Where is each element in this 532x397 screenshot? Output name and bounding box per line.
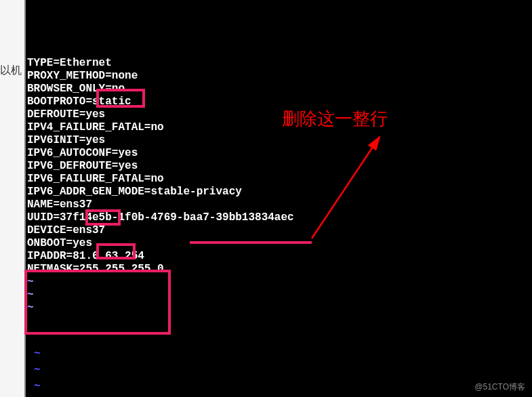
tilde-line: ~ xyxy=(24,362,41,378)
config-line-ipv6init: IPV6INIT=yes xyxy=(26,134,294,147)
terminal-window: TYPE=Ethernet PROXY_METHOD=none BROWSER_… xyxy=(24,0,532,397)
tilde-line: ~ xyxy=(24,346,41,362)
delete-annotation: 删除这一整行 xyxy=(282,107,388,131)
tilde-line: ~ xyxy=(24,378,41,394)
tilde-line: ~ xyxy=(26,289,294,301)
config-line-ipv6auto: IPV6_AUTOCONF=yes xyxy=(26,147,294,160)
config-line-name: NAME=ens37 xyxy=(26,198,294,211)
config-line-netmask: NETMASK=255.255.255.0 xyxy=(26,263,294,276)
config-line-type: TYPE=Ethernet xyxy=(26,57,294,70)
config-line-ipaddr: IPADDR=81.6.63.254 xyxy=(26,250,294,263)
config-line-browser: BROWSER_ONLY=no xyxy=(26,83,294,96)
config-line-ipv6addr: IPV6_ADDR_GEN_MODE=stable-privacy xyxy=(26,186,294,198)
config-line-bootproto: BOOTPROTO=static xyxy=(26,96,294,108)
highlight-uuid-underline xyxy=(190,241,312,244)
watermark: @51CTO博客 xyxy=(474,381,525,393)
config-line-ipv4fail: IPV4_FAILURE_FATAL=no xyxy=(26,121,294,134)
config-line-ipv6route: IPV6_DEFROUTE=yes xyxy=(26,160,294,173)
config-line-proxy: PROXY_METHOD=none xyxy=(26,70,294,83)
tilde-line: ~ xyxy=(26,276,294,289)
config-line-defroute: DEFROUTE=yes xyxy=(26,108,294,121)
tilde-line: ~ xyxy=(26,301,294,314)
config-line-uuid: UUID=37f14e5b-1f0b-4769-baa7-39bb13834ae… xyxy=(26,211,294,224)
vm-label: 以机 xyxy=(0,64,22,78)
config-line-ipv6fail: IPV6_FAILURE_FATAL=no xyxy=(26,173,294,186)
bottom-tildes: ~ ~ ~ xyxy=(24,346,41,394)
terminal-content: TYPE=Ethernet PROXY_METHOD=none BROWSER_… xyxy=(26,57,294,314)
config-line-device: DEVICE=ens37 xyxy=(26,224,294,237)
